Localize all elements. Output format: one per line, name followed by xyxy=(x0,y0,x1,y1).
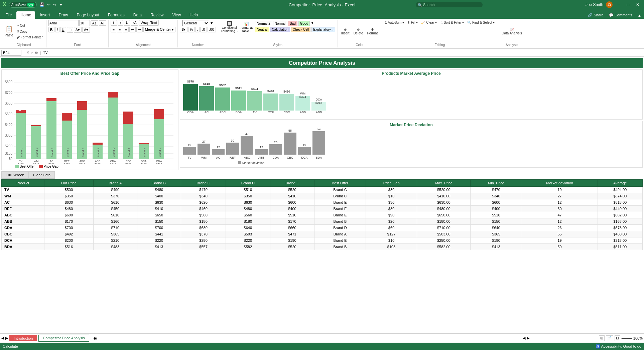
clear-button[interactable]: 🧹 Clear ▾ xyxy=(420,20,438,25)
percent-btn[interactable]: % xyxy=(188,27,195,32)
style-explanatory[interactable]: Explanatory... xyxy=(311,27,335,32)
accessibility-btn[interactable]: ♿ Accessibility: Good to go xyxy=(596,344,641,349)
number-dropdown-icon[interactable]: ▼ xyxy=(210,21,214,25)
data-analysis-button[interactable]: 📈 Data Analysis xyxy=(500,27,523,36)
decrease-decimal[interactable]: .0 xyxy=(200,27,207,32)
tab-review[interactable]: Review xyxy=(146,11,167,19)
sheet-tab-competitor[interactable]: Competitor Price Analysis xyxy=(38,335,89,342)
page-break-view-btn[interactable]: ⊟ xyxy=(615,335,620,341)
tab-formulas[interactable]: Formulas xyxy=(104,11,129,19)
styles-expand-btn[interactable]: ▼ xyxy=(310,21,314,26)
merge-center[interactable]: Merge & Center ▾ xyxy=(143,27,176,32)
tab-data[interactable]: Data xyxy=(129,11,146,19)
full-screen-button[interactable]: Full Screen xyxy=(1,171,29,179)
style-normal[interactable]: Normal xyxy=(273,21,287,26)
collapse-ribbon-btn[interactable]: ▲ xyxy=(635,12,644,19)
bold-button[interactable]: B xyxy=(48,27,54,32)
increase-decimal[interactable]: .00 xyxy=(208,27,216,32)
insert-function-icon[interactable]: fx xyxy=(35,51,38,55)
clear-data-button[interactable]: Clear Data xyxy=(29,171,55,179)
table-row[interactable]: ABC$600$610$650$580$560$510Brand E$90$65… xyxy=(2,212,643,218)
scroll-right-btn[interactable]: ▶ xyxy=(527,336,529,340)
prev-sheet-btn[interactable]: ◀ xyxy=(1,336,4,340)
zoom-slider[interactable]: ──── xyxy=(622,336,632,340)
undo-icon[interactable]: ↩ xyxy=(47,2,50,7)
restore-btn[interactable]: □ xyxy=(625,2,631,7)
copy-button[interactable]: ⧉ Copy xyxy=(15,29,44,34)
next-sheet-btn[interactable]: ▶ xyxy=(5,336,8,340)
decrease-indent[interactable]: ⇤ xyxy=(129,27,136,32)
fill-button[interactable]: ⬇ Fill ▾ xyxy=(406,20,419,25)
format-painter-button[interactable]: 🖌 Format Painter xyxy=(15,35,44,40)
sort-filter-button[interactable]: ⇅ Sort & Filter ▾ xyxy=(439,20,465,25)
table-row[interactable]: AC$630$610$630$620$630$600Brand E$30$630… xyxy=(2,199,643,206)
find-select-button[interactable]: 🔍 Find & Select ▾ xyxy=(466,20,496,25)
underline-button[interactable]: U xyxy=(60,27,66,32)
comma-btn[interactable]: , xyxy=(195,27,200,32)
fill-color-button[interactable]: A▾ xyxy=(74,27,82,33)
table-row[interactable]: ABB$170$160$150$180$180$170Brand B$20$18… xyxy=(2,218,643,225)
table-row[interactable]: REF$480$450$410$460$480$400Brand E$80$48… xyxy=(2,206,643,212)
style-calculation[interactable]: Calculation xyxy=(270,27,290,32)
paste-button[interactable]: 📋 Paste xyxy=(3,25,15,38)
number-format-select[interactable]: General Number Currency xyxy=(182,20,209,26)
tab-home[interactable]: Home xyxy=(16,11,35,19)
table-row[interactable]: WM$350$370$400$340$350$410Brand C$10$410… xyxy=(2,193,643,199)
cell-reference-input[interactable] xyxy=(1,50,21,56)
delete-button[interactable]: ⊖ Delete xyxy=(352,27,365,36)
wrap-text[interactable]: Wrap Text xyxy=(139,20,159,26)
font-size-decrease[interactable]: A↓ xyxy=(99,20,107,26)
table-row[interactable]: CDA$700$710$700$680$640$660Brand D$60$71… xyxy=(2,225,643,231)
align-middle[interactable]: ↕ xyxy=(118,20,123,26)
style-check-cell[interactable]: Check Cell xyxy=(291,27,310,32)
font-size-increase[interactable]: A↑ xyxy=(91,20,98,26)
close-btn[interactable]: ✕ xyxy=(634,2,641,7)
save-icon[interactable]: 💾 xyxy=(39,2,44,7)
align-right[interactable]: ≡ xyxy=(123,27,128,32)
style-neutral[interactable]: Neutral xyxy=(255,27,269,32)
increase-indent[interactable]: ⇥ xyxy=(136,27,143,32)
tab-page-layout[interactable]: Page Layout xyxy=(73,11,103,19)
add-sheet-btn[interactable]: ⊕ xyxy=(91,336,100,341)
share-btn[interactable]: 🔗 Share xyxy=(585,12,606,19)
conditional-formatting-btn[interactable]: 🔲 ConditionalFormatting ~ xyxy=(220,20,239,33)
style-normal2[interactable]: Normal 2 xyxy=(255,21,272,26)
font-size-input[interactable] xyxy=(79,20,90,26)
style-good[interactable]: Good xyxy=(298,21,310,26)
tab-draw[interactable]: Draw xyxy=(54,11,72,19)
autosave-toggle[interactable]: AutoSave ON xyxy=(9,2,37,8)
cut-button[interactable]: ✂ Cut xyxy=(15,23,44,28)
table-row[interactable]: BDA$516$483$413$557$582$520Brand B$103$5… xyxy=(2,244,643,250)
cancel-formula-icon[interactable]: ✕ xyxy=(26,50,29,55)
style-bad[interactable]: Bad xyxy=(288,21,297,26)
align-left[interactable]: ≡ xyxy=(111,27,116,32)
format-as-table-btn[interactable]: 📊 Format asTable ~ xyxy=(239,20,254,33)
table-row[interactable]: DCA$200$210$220$250$220$190Brand E$10$25… xyxy=(2,237,643,244)
table-row[interactable]: CBC$492$365$441$370$503$471Brand A$127$5… xyxy=(2,231,643,237)
align-center[interactable]: ≡ xyxy=(117,27,122,32)
table-row[interactable]: TV$500$490$480$470$510$520Brand C$30$520… xyxy=(2,187,643,193)
scroll-left-btn[interactable]: ◀ xyxy=(523,336,525,340)
spreadsheet-area[interactable]: Competitor Price Analysis Best Offer Pri… xyxy=(0,57,644,333)
insert-button[interactable]: ⊕ Insert xyxy=(340,27,351,36)
border-button[interactable]: ⊞ xyxy=(67,27,73,33)
currency-btn[interactable]: $▾ xyxy=(180,27,187,32)
tab-view[interactable]: View xyxy=(168,11,185,19)
align-bottom[interactable]: ⬇ xyxy=(124,20,130,26)
tab-insert[interactable]: Insert xyxy=(36,11,54,19)
normal-view-btn[interactable]: ⊞ xyxy=(599,335,605,341)
confirm-formula-icon[interactable]: ✓ xyxy=(31,50,34,55)
page-layout-view-btn[interactable]: 📄 xyxy=(606,335,613,341)
tab-file[interactable]: File xyxy=(1,11,16,19)
customize-icon[interactable]: ▼ xyxy=(59,2,63,7)
tab-help[interactable]: Help xyxy=(185,11,202,19)
format-button[interactable]: ⚙ Format xyxy=(366,27,379,36)
italic-button[interactable]: I xyxy=(55,27,59,32)
autosum-button[interactable]: Σ AutoSum ▾ xyxy=(383,20,405,25)
comments-btn[interactable]: 💬 Comments xyxy=(606,12,635,19)
align-top[interactable]: ⬆ xyxy=(111,20,117,26)
font-name-input[interactable] xyxy=(48,20,79,26)
sheet-tab-introduction[interactable]: Introduction xyxy=(9,335,37,341)
text-direction[interactable]: ↕A xyxy=(131,20,138,26)
minimize-btn[interactable]: ─ xyxy=(615,2,622,7)
